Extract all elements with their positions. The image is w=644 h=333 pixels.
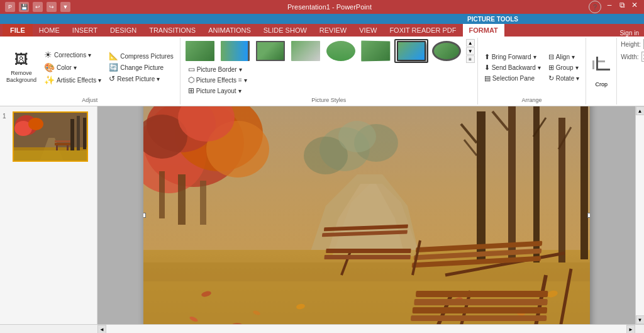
picture-tools-label: PICTURE TOOLS [467,16,518,23]
color-btn[interactable]: 🎨 Color ▾ [42,62,104,73]
bottom-right-spacer [635,325,644,333]
restore-btn[interactable]: ⧉ [618,1,626,9]
crop-btn[interactable]: Crop [591,55,611,87]
corrections-btn[interactable]: ☀ Corrections ▾ [42,49,104,60]
bottom-scrollbar: ◄ ► [0,324,644,333]
reset-picture-btn[interactable]: ↺ Reset Picture ▾ [106,74,175,84]
change-picture-btn[interactable]: 🔄 Change Picture [106,62,175,72]
remove-background-btn[interactable]: 🖼 RemoveBackground [4,50,39,85]
style-4[interactable] [289,39,323,63]
tab-slideshow[interactable]: SLIDE SHOW [257,24,313,37]
svg-rect-12 [77,116,80,150]
rotate-arrow: ▾ [576,75,579,82]
change-picture-icon: 🔄 [109,63,118,72]
tab-home[interactable]: HOME [33,24,66,37]
handle-ml[interactable] [143,213,146,218]
slide-thumb-1: 1 [3,111,94,162]
gallery-scroll-up[interactable]: ▲ [466,39,475,47]
style-7[interactable] [394,39,428,63]
width-input[interactable] [641,52,644,62]
gallery-more[interactable]: ≡ [466,55,475,63]
help-btn[interactable]: ? [589,1,601,13]
tab-insert[interactable]: INSERT [66,24,104,37]
corrections-icon: ☀ [44,50,52,60]
tab-review[interactable]: REVIEW [313,24,353,37]
picture-effects-btn[interactable]: ⬡ Picture Effects = ▾ [186,75,475,85]
align-arrow: ▾ [572,54,575,60]
slide-number-1: 1 [3,111,10,120]
selection-pane-btn[interactable]: ▤ Selection Pane [482,74,543,83]
redo-quick-btn[interactable]: ↪ [47,2,57,12]
tab-foxit[interactable]: FOXIT READER PDF [383,24,462,37]
group-label: Group [556,64,574,71]
handle-mr[interactable] [587,213,590,218]
bring-forward-icon: ⬆ [484,53,490,61]
gallery-scroll-down[interactable]: ▼ [466,47,475,55]
sign-in-btn[interactable]: Sign in [619,30,639,37]
corrections-label: Corrections [54,52,86,59]
scroll-left-btn[interactable]: ◄ [97,325,106,333]
size-group: Height: ▲ ▼ Width: ▲ ▼ Size [617,38,644,104]
tab-animations[interactable]: ANIMATIONS [202,24,257,37]
color-arrow: ▾ [74,64,77,71]
svg-rect-14 [55,143,70,145]
reset-arrow: ▾ [157,76,160,82]
ribbon: 🖼 RemoveBackground ☀ Corrections ▾ 🎨 Col… [0,37,644,106]
slide-panel: 1 [0,106,97,324]
svg-rect-16 [56,145,58,150]
tab-file[interactable]: FILE [3,24,33,37]
bottom-left-spacer [0,325,97,333]
style-8[interactable] [430,39,464,63]
bring-forward-btn[interactable]: ⬆ Bring Forward ▾ [482,52,543,62]
svg-rect-2 [592,60,594,69]
picture-layout-arrow: ▾ [238,87,242,94]
save-quick-btn[interactable]: 💾 [19,2,29,12]
style-5[interactable] [324,39,358,63]
style-2[interactable] [218,39,252,63]
rotate-label: Rotate [556,75,574,82]
scroll-up-btn[interactable]: ▲ [636,106,645,115]
adjust-label: Adjust [82,96,97,103]
window-controls: ? – ⧉ ✕ [589,1,639,13]
powerpoint-icon: P [5,2,15,12]
arrange-col-2: ⊟ Align ▾ ⊞ Group ▾ ↻ Rotate ▾ [546,52,582,83]
send-backward-btn[interactable]: ⬇ Send Backward ▾ [482,63,543,72]
height-label: Height: [621,41,641,48]
scroll-down-btn[interactable]: ▼ [636,315,645,324]
picture-tools-bar: PICTURE TOOLS [0,14,644,24]
artistic-effects-btn[interactable]: ✨ Artistic Effects ▾ [42,74,104,86]
reset-picture-label: Reset Picture [117,76,155,82]
gallery-scroll: ▲ ▼ ≡ [466,39,475,63]
crop-content: Crop [591,40,611,102]
slide-canvas [143,106,590,324]
park-image[interactable] [143,106,590,324]
style-1[interactable] [183,39,217,63]
tab-view[interactable]: VIEW [353,24,383,37]
scroll-right-btn[interactable]: ► [626,325,635,333]
scroll-track-h [106,325,626,333]
rotate-btn[interactable]: ↻ Rotate ▾ [546,74,582,83]
slide-preview-svg [14,113,88,162]
customize-quick-btn[interactable]: ▼ [60,2,70,12]
color-label: Color [57,64,72,71]
tab-design[interactable]: DESIGN [104,24,143,37]
undo-quick-btn[interactable]: ↩ [33,2,43,12]
tab-transitions[interactable]: TRANSITIONS [143,24,202,37]
style-thumbnails: ▲ ▼ ≡ [183,39,475,63]
slide-thumbnail-1[interactable] [13,111,88,162]
minimize-btn[interactable]: – [605,1,614,9]
picture-border-btn[interactable]: ▭ Picture Border ▾ [186,64,475,74]
compress-pictures-btn[interactable]: 📐 Compress Pictures [106,51,175,61]
style-3[interactable] [253,39,287,63]
send-backward-icon: ⬇ [484,64,490,72]
crop-label: Crop [595,81,608,87]
align-btn[interactable]: ⊟ Align ▾ [546,52,582,62]
picture-layout-btn[interactable]: ⊞ Picture Layout ▾ [186,86,475,96]
svg-rect-13 [83,118,86,149]
close-btn[interactable]: ✕ [630,1,639,9]
group-btn[interactable]: ⊞ Group ▾ [546,63,582,72]
style-6[interactable] [359,39,393,63]
arrange-label: Arrange [521,96,541,103]
tab-format[interactable]: FORMAT [463,24,504,37]
picture-styles-label: Picture Styles [183,96,475,103]
